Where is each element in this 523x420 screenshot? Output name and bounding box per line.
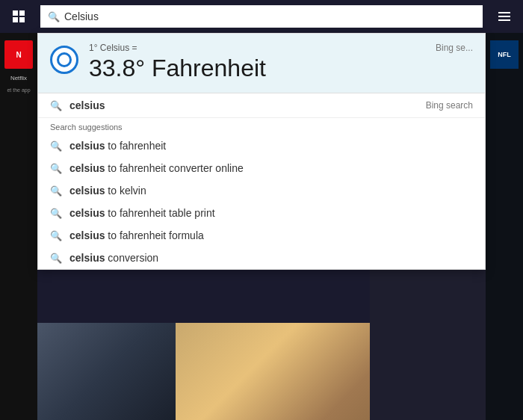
- suggestion-search-icon-6: 🔍: [50, 253, 62, 264]
- image-left: [37, 323, 176, 420]
- bing-result-card: 1° Celsius = 33.8° Fahrenheit Bing se...: [38, 34, 485, 93]
- taskbar: 🔍: [0, 0, 523, 33]
- suggestion-rest-4: to fahrenheit table print: [105, 207, 214, 219]
- suggestion-bold-5: celsius: [69, 229, 105, 241]
- suggestion-search-icon-3: 🔍: [50, 185, 62, 197]
- right-sidebar: NFL: [486, 33, 523, 420]
- search-icon: 🔍: [48, 11, 60, 22]
- suggestion-bold-3: celsius: [69, 185, 105, 197]
- suggestion-item-6[interactable]: 🔍 celsius conversion: [38, 247, 485, 269]
- suggestion-text-5: celsius to fahrenheit formula: [69, 229, 204, 241]
- search-dropdown: 1° Celsius = 33.8° Fahrenheit Bing se...…: [37, 33, 486, 270]
- suggestion-rest-2: to fahrenheit converter online: [105, 162, 243, 174]
- netflix-icon: N: [4, 40, 33, 69]
- suggestion-bold-1: celsius: [69, 140, 105, 152]
- bing-card-content: 1° Celsius = 33.8° Fahrenheit: [89, 43, 473, 82]
- start-button[interactable]: [0, 0, 37, 33]
- suggestion-text-3: celsius to kelvin: [69, 185, 146, 197]
- suggestion-search-icon-2: 🔍: [50, 163, 62, 174]
- bing-search-label: Bing search: [426, 100, 473, 111]
- suggestion-item-3[interactable]: 🔍 celsius to kelvin: [38, 179, 485, 202]
- suggestion-item-1[interactable]: 🔍 celsius to fahrenheit: [38, 135, 485, 157]
- bing-card-link[interactable]: Bing se...: [436, 43, 473, 53]
- search-icon-query: 🔍: [50, 100, 62, 111]
- hamburger-menu[interactable]: [486, 0, 523, 33]
- suggestion-bold-6: celsius: [69, 252, 105, 264]
- suggestion-bold-2: celsius: [69, 162, 105, 174]
- suggestion-search-icon-1: 🔍: [50, 140, 62, 152]
- netflix-sublabel: et the app: [7, 87, 30, 93]
- suggestion-rest-5: to fahrenheit formula: [105, 229, 203, 241]
- start-icon: [13, 10, 25, 22]
- suggestion-search-icon-4: 🔍: [50, 208, 62, 219]
- suggestion-rest-6: conversion: [105, 252, 158, 264]
- cortana-icon: [50, 46, 78, 74]
- suggestion-text-6: celsius conversion: [69, 252, 158, 264]
- suggestions-header: Search suggestions: [38, 118, 485, 135]
- current-query-row[interactable]: 🔍 celsius Bing search: [38, 93, 485, 118]
- suggestion-item-5[interactable]: 🔍 celsius to fahrenheit formula: [38, 224, 485, 247]
- suggestion-text-1: celsius to fahrenheit: [69, 140, 166, 152]
- netflix-label: Netflix: [10, 75, 27, 81]
- suggestion-item-4[interactable]: 🔍 celsius to fahrenheit table print: [38, 202, 485, 224]
- suggestion-text-2: celsius to fahrenheit converter online: [69, 162, 244, 174]
- suggestion-item-2[interactable]: 🔍 celsius to fahrenheit converter online: [38, 157, 485, 179]
- hamburger-icon: [498, 12, 510, 21]
- current-query-bold: celsius: [69, 99, 105, 111]
- search-bar[interactable]: 🔍: [40, 5, 483, 28]
- suggestion-bold-4: celsius: [69, 207, 105, 219]
- bing-card-result: 33.8° Fahrenheit: [89, 55, 473, 82]
- nfl-logo: NFL: [490, 40, 519, 69]
- suggestion-rest-3: to kelvin: [105, 185, 146, 197]
- suggestion-text-4: celsius to fahrenheit table print: [69, 207, 215, 219]
- left-sidebar: N Netflix et the app: [0, 33, 37, 420]
- search-input[interactable]: [64, 10, 475, 22]
- cortana-inner-circle: [57, 52, 72, 67]
- current-query-text: celsius: [69, 99, 418, 111]
- bing-card-subtitle: 1° Celsius =: [89, 43, 473, 53]
- suggestion-search-icon-5: 🔍: [50, 230, 62, 241]
- suggestion-rest-1: to fahrenheit: [105, 140, 166, 152]
